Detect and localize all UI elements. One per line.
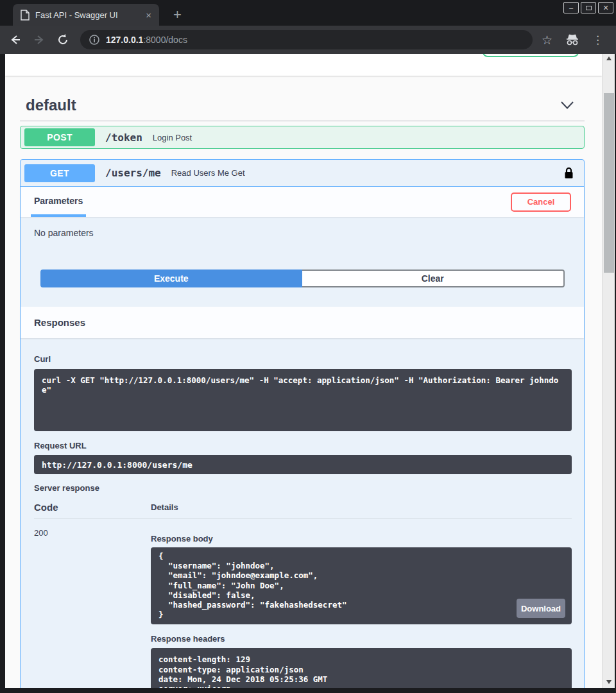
scroll-down-arrow[interactable] [603,678,615,687]
response-body-block: { "username": "johndoe", "email": "johnd… [151,547,572,624]
details-column-header: Details [151,502,178,512]
page-icon [21,10,30,21]
page-viewport: default POST /token Login Post GET /user… [5,54,602,688]
post-path: /token [105,132,142,144]
opblock-get-users-me: GET /users/me Read Users Me Get Paramete… [20,159,585,688]
responses-body: Curl curl -X GET "http://127.0.0.1:8000/… [21,354,584,688]
download-button[interactable]: Download [517,599,565,618]
get-summary-row[interactable]: GET /users/me Read Users Me Get [21,160,584,187]
curl-command[interactable]: curl -X GET "http://127.0.0.1:8000/users… [34,369,572,431]
browser-tab[interactable]: Fast API - Swagger UI × [13,4,159,26]
url-path: :8000/docs [143,35,187,45]
parameters-header: Parameters Cancel [21,187,584,217]
execute-wrapper: Execute Clear [21,264,584,307]
url-host: 127.0.0.1 [106,35,143,45]
address-bar[interactable]: 127.0.0.1:8000/docs [80,30,533,49]
page-scrollbar[interactable] [602,54,615,688]
response-headers-label: Response headers [151,634,572,644]
get-summary: Read Users Me Get [171,168,245,178]
incognito-icon [565,33,579,46]
api-group-header[interactable]: default [19,96,588,114]
info-icon[interactable] [89,35,99,45]
url-text: 127.0.0.1:8000/docs [106,35,187,45]
opblock-post-token[interactable]: POST /token Login Post [20,126,585,149]
tab-close-icon[interactable]: × [143,10,154,21]
tab-parameters[interactable]: Parameters [31,187,86,217]
response-details: Response body { "username": "johndoe", "… [151,528,572,688]
lock-icon [564,167,574,180]
maximize-button[interactable] [581,2,596,13]
group-divider [20,121,585,121]
scroll-up-arrow[interactable] [603,54,615,63]
request-url-value[interactable]: http://127.0.0.1:8000/users/me [34,455,572,474]
responses-title: Responses [34,317,85,328]
bookmark-star-icon[interactable]: ☆ [542,34,552,46]
post-method-badge: POST [24,128,95,146]
auth-lock-button[interactable] [562,166,575,180]
curl-label: Curl [34,354,572,364]
browser-titlebar: Fast API - Swagger UI × + – ✕ [0,0,616,26]
scheme-container [5,54,602,76]
execute-button[interactable]: Execute [40,270,302,287]
get-method-badge: GET [24,164,95,182]
server-response-table: Code Details 200 Response body { "userna… [34,502,572,688]
response-table-head: Code Details [34,502,572,518]
authorize-button-partial[interactable] [483,54,579,57]
toolbar-actions: ☆ ⋮ [542,33,603,46]
response-body-json[interactable]: { "username": "johndoe", "email": "johnd… [158,551,347,619]
reload-icon[interactable] [56,33,69,46]
browser-toolbar: 127.0.0.1:8000/docs ☆ ⋮ [0,26,616,54]
status-code: 200 [34,528,151,688]
maximize-icon [586,6,592,10]
minimize-button[interactable]: – [563,2,579,13]
group-title: default [26,96,76,114]
parameters-tab-label: Parameters [34,196,83,206]
close-window-button[interactable]: ✕ [598,2,613,13]
code-column-header: Code [34,502,151,513]
server-response-label: Server response [34,483,572,493]
parameters-body: No parameters [21,217,584,264]
response-row: 200 Response body { "username": "johndoe… [34,518,572,688]
post-summary: Login Post [153,133,192,142]
scrollbar-thumb[interactable] [604,93,614,273]
get-path: /users/me [105,167,161,179]
swagger-content: default POST /token Login Post GET /user… [5,96,602,688]
responses-header: Responses [21,307,584,338]
response-body-label: Response body [151,534,572,543]
forward-icon[interactable] [33,33,46,46]
cancel-button[interactable]: Cancel [511,193,571,212]
chevron-down-icon[interactable] [560,98,575,113]
menu-dots-icon[interactable]: ⋮ [592,35,603,46]
tab-title: Fast API - Swagger UI [35,10,143,20]
request-url-label: Request URL [34,441,572,450]
window-controls: – ✕ [563,2,613,13]
no-parameters-text: No parameters [34,228,94,238]
response-headers-block[interactable]: content-length: 129 content-type: applic… [151,648,572,688]
back-icon[interactable] [9,33,22,46]
clear-button[interactable]: Clear [302,270,565,287]
new-tab-button[interactable]: + [169,4,185,26]
